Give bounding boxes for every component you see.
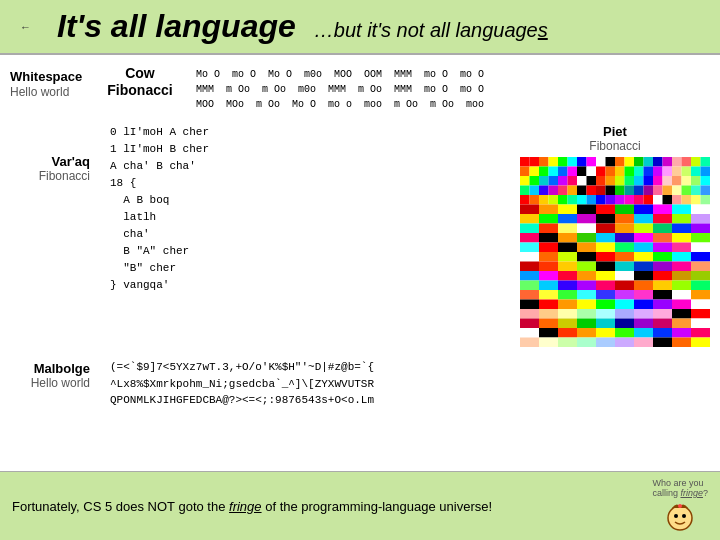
svg-rect-122 — [558, 224, 577, 234]
svg-rect-37 — [682, 167, 692, 177]
svg-rect-20 — [520, 167, 530, 177]
svg-rect-109 — [691, 205, 710, 215]
svg-rect-90 — [615, 195, 625, 205]
svg-rect-73 — [644, 186, 654, 196]
svg-rect-44 — [558, 176, 568, 186]
svg-rect-177 — [653, 271, 672, 281]
svg-rect-8 — [596, 157, 606, 167]
svg-rect-138 — [672, 233, 691, 243]
svg-rect-153 — [577, 252, 596, 262]
svg-rect-144 — [596, 243, 615, 253]
svg-rect-95 — [663, 195, 673, 205]
svg-rect-201 — [539, 300, 558, 310]
svg-rect-79 — [701, 186, 711, 196]
svg-rect-173 — [577, 271, 596, 281]
svg-rect-219 — [691, 309, 710, 319]
svg-rect-234 — [596, 328, 615, 338]
svg-rect-161 — [539, 262, 558, 272]
svg-rect-205 — [615, 300, 634, 310]
svg-rect-229 — [691, 319, 710, 329]
svg-rect-206 — [634, 300, 653, 310]
svg-rect-91 — [625, 195, 635, 205]
svg-rect-82 — [539, 195, 549, 205]
svg-rect-188 — [672, 281, 691, 291]
svg-rect-242 — [558, 338, 577, 348]
svg-rect-1 — [530, 157, 540, 167]
svg-rect-224 — [596, 319, 615, 329]
svg-rect-130 — [520, 233, 539, 243]
svg-rect-216 — [634, 309, 653, 319]
svg-rect-207 — [653, 300, 672, 310]
svg-rect-100 — [520, 205, 539, 215]
cow-code-block: Mo O mo O Mo O m0o MOO OOM MMM mo O mo O… — [196, 65, 484, 112]
svg-rect-171 — [539, 271, 558, 281]
svg-rect-59 — [701, 176, 711, 186]
svg-rect-133 — [577, 233, 596, 243]
svg-rect-43 — [549, 176, 559, 186]
svg-rect-249 — [691, 338, 710, 348]
footer-character-label: Who are youcalling fringe? — [652, 478, 708, 498]
svg-rect-152 — [558, 252, 577, 262]
svg-rect-190 — [520, 290, 539, 300]
svg-rect-7 — [587, 157, 597, 167]
svg-rect-64 — [558, 186, 568, 196]
svg-rect-135 — [615, 233, 634, 243]
svg-rect-57 — [682, 176, 692, 186]
whitespace-label: Whitespace — [10, 69, 82, 84]
svg-rect-141 — [539, 243, 558, 253]
svg-rect-125 — [615, 224, 634, 234]
svg-point-253 — [678, 504, 682, 508]
svg-rect-104 — [596, 205, 615, 215]
cow-title: CowFibonacci — [107, 65, 172, 99]
svg-rect-35 — [663, 167, 673, 177]
svg-rect-55 — [663, 176, 673, 186]
svg-rect-218 — [672, 309, 691, 319]
svg-rect-32 — [634, 167, 644, 177]
malbolge-sublabel: Hello world — [10, 376, 90, 390]
svg-rect-27 — [587, 167, 597, 177]
svg-rect-71 — [625, 186, 635, 196]
svg-rect-110 — [520, 214, 539, 224]
malbolge-label: Malbolge — [34, 361, 90, 376]
svg-rect-193 — [577, 290, 596, 300]
svg-rect-121 — [539, 224, 558, 234]
svg-rect-101 — [539, 205, 558, 215]
svg-rect-226 — [634, 319, 653, 329]
svg-rect-165 — [615, 262, 634, 272]
svg-rect-209 — [691, 300, 710, 310]
footer-text: Fortunately, CS 5 does NOT goto the frin… — [12, 499, 492, 514]
svg-rect-14 — [653, 157, 663, 167]
svg-rect-140 — [520, 243, 539, 253]
svg-rect-116 — [634, 214, 653, 224]
svg-rect-51 — [625, 176, 635, 186]
svg-rect-175 — [615, 271, 634, 281]
svg-rect-147 — [653, 243, 672, 253]
svg-rect-208 — [672, 300, 691, 310]
svg-rect-235 — [615, 328, 634, 338]
svg-rect-181 — [539, 281, 558, 291]
svg-rect-217 — [653, 309, 672, 319]
svg-rect-60 — [520, 186, 530, 196]
svg-rect-245 — [615, 338, 634, 348]
back-button[interactable]: ← — [20, 21, 31, 33]
svg-rect-159 — [691, 252, 710, 262]
svg-rect-6 — [577, 157, 587, 167]
svg-rect-80 — [520, 195, 530, 205]
svg-rect-13 — [644, 157, 654, 167]
svg-rect-22 — [539, 167, 549, 177]
svg-rect-176 — [634, 271, 653, 281]
svg-rect-111 — [539, 214, 558, 224]
svg-rect-213 — [577, 309, 596, 319]
header-subtitle: …but it's not all languages — [314, 19, 548, 42]
svg-rect-247 — [653, 338, 672, 348]
svg-rect-92 — [634, 195, 644, 205]
svg-rect-132 — [558, 233, 577, 243]
svg-rect-145 — [615, 243, 634, 253]
svg-rect-233 — [577, 328, 596, 338]
svg-rect-119 — [691, 214, 710, 224]
svg-rect-189 — [691, 281, 710, 291]
bottom-section: Malbolge Hello world (=<`$9]7<5YXz7wT.3,… — [0, 353, 720, 413]
svg-rect-0 — [520, 157, 530, 167]
svg-rect-199 — [691, 290, 710, 300]
svg-rect-151 — [539, 252, 558, 262]
